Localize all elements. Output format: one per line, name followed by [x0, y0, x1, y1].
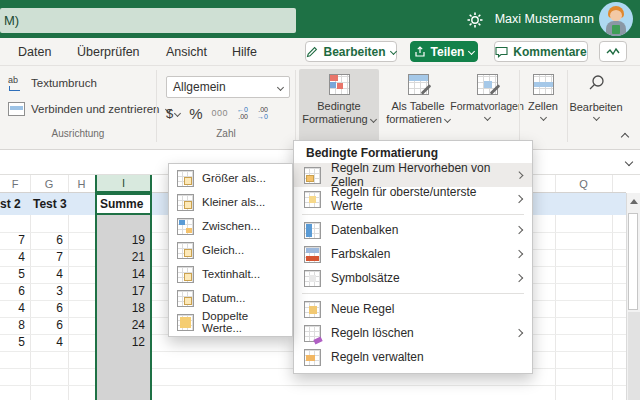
menu-item-label: Regeln verwalten: [331, 350, 424, 364]
group-label-zahl: Zahl: [157, 128, 295, 139]
menu-item-hervorheben[interactable]: Regeln zum Hervorheben von Zellen: [294, 163, 532, 187]
cell-styles-button[interactable]: Formatvorlagen: [457, 69, 517, 145]
submenu-item-label: Größer als...: [202, 172, 266, 184]
submenu-item-groesser-als[interactable]: Größer als...: [169, 166, 292, 190]
column-header-f[interactable]: F: [0, 175, 30, 193]
chevron-down-icon: [483, 113, 490, 120]
highlight-cells-submenu: Größer als... Kleiner als... Zwischen...…: [168, 163, 293, 337]
vertical-scrollbar[interactable]: [626, 193, 640, 400]
wrap-text-button[interactable]: Textumbruch: [8, 74, 97, 92]
cell-summe[interactable]: 21: [99, 249, 145, 266]
document-title-box[interactable]: M): [0, 8, 296, 33]
cell-f[interactable]: 6: [0, 283, 25, 300]
scroll-up-arrow[interactable]: [630, 199, 638, 204]
cell-summe[interactable]: 24: [99, 317, 145, 334]
increase-decimal-icon[interactable]: [237, 106, 248, 120]
cell-g[interactable]: 6: [34, 300, 63, 317]
cell-summe[interactable]: 17: [99, 283, 145, 300]
cell-f[interactable]: 7: [0, 232, 25, 249]
expand-formula-bar-icon[interactable]: [625, 158, 633, 166]
menu-item-regeln-verwalten[interactable]: Regeln verwalten: [294, 345, 532, 369]
number-format-select[interactable]: Allgemein: [166, 76, 290, 98]
number-icons-row: $ % 000: [166, 103, 268, 123]
brush-overlay: [489, 84, 500, 95]
submenu-item-label: Doppelte Werte...: [202, 310, 284, 334]
cell-g[interactable]: 3: [34, 283, 63, 300]
chevron-down-icon: [370, 116, 377, 123]
table-header-cell-test3[interactable]: Test 3: [33, 193, 67, 215]
editing-button[interactable]: Bearbeiten: [569, 69, 623, 145]
cell-f[interactable]: 5: [0, 334, 25, 351]
column-header-g[interactable]: G: [30, 175, 68, 193]
edit-mode-label: Bearbeiten: [323, 45, 385, 59]
active-cell-summe[interactable]: Summe: [95, 193, 152, 215]
cell-g[interactable]: 4: [34, 334, 63, 351]
chevron-down-icon: [174, 109, 181, 116]
comments-button[interactable]: Kommentare: [494, 41, 588, 62]
tab-ansicht[interactable]: Ansicht: [166, 38, 207, 66]
submenu-item-label: Datum...: [202, 292, 245, 304]
submenu-item-textinhalt[interactable]: Textinhalt...: [169, 262, 292, 286]
cell-g[interactable]: 4: [34, 266, 63, 283]
tab-hilfe[interactable]: Hilfe: [232, 38, 257, 66]
submenu-item-datum[interactable]: Datum...: [169, 286, 292, 310]
cell-summe[interactable]: 14: [99, 266, 145, 283]
cell-f[interactable]: 5: [0, 266, 25, 283]
edit-mode-button[interactable]: Bearbeiten: [305, 41, 397, 62]
submenu-item-doppelte-werte[interactable]: Doppelte Werte...: [169, 310, 292, 334]
column-header-i-selected[interactable]: I: [97, 175, 150, 192]
thousands-format-button[interactable]: 000: [212, 108, 229, 118]
user-avatar[interactable]: [599, 2, 633, 36]
merge-center-button[interactable]: Verbinden und zentrieren: [8, 100, 171, 118]
new-rule-icon: [304, 301, 321, 318]
manage-rules-icon: [304, 349, 321, 366]
duplicate-values-icon: [177, 314, 194, 331]
tab-ueberpruefen[interactable]: Überprüfen: [77, 38, 140, 66]
settings-gear-icon[interactable]: [466, 11, 484, 29]
menu-separator: [294, 211, 532, 218]
cell-g[interactable]: 6: [34, 317, 63, 334]
cells-button[interactable]: Zellen: [521, 69, 565, 145]
menu-item-regeln-loeschen[interactable]: Regeln löschen: [294, 321, 532, 345]
gridline: [612, 215, 613, 400]
scrollbar-thumb[interactable]: [628, 213, 638, 310]
menu-item-farbskalen[interactable]: Farbskalen: [294, 242, 532, 266]
menu-item-neue-regel[interactable]: Neue Regel: [294, 297, 532, 321]
decrease-decimal-icon[interactable]: [257, 106, 268, 120]
cell-g[interactable]: 7: [34, 249, 63, 266]
menu-item-label: Datenbalken: [331, 223, 398, 237]
comments-label: Kommentare: [513, 45, 586, 59]
scrollbar-track[interactable]: [628, 312, 640, 400]
submenu-item-gleich[interactable]: Gleich...: [169, 238, 292, 262]
column-header-q[interactable]: Q: [555, 175, 612, 193]
share-button[interactable]: Teilen: [410, 41, 478, 62]
submenu-item-zwischen[interactable]: Zwischen...: [169, 214, 292, 238]
conditional-formatting-button[interactable]: Bedingte Formatierung: [299, 69, 379, 145]
menu-item-oberste-unterste[interactable]: Regeln für oberste/unterste Werte: [294, 187, 532, 211]
percent-format-button[interactable]: %: [189, 105, 202, 122]
tab-daten[interactable]: Daten: [18, 38, 51, 66]
cell-g[interactable]: 6: [34, 232, 63, 249]
submenu-item-kleiner-als[interactable]: Kleiner als...: [169, 190, 292, 214]
currency-format-button[interactable]: $: [166, 106, 180, 121]
conditional-formatting-label1: Bedingte: [317, 100, 360, 113]
chevron-down-icon: [468, 48, 475, 55]
cell-f[interactable]: 4: [0, 300, 25, 317]
menu-item-symbolsaetze[interactable]: Symbolsätze: [294, 266, 532, 290]
app-title-bar: M) Maxi Mustermann: [0, 0, 640, 38]
gridline: [68, 175, 69, 192]
table-header-cell-test2[interactable]: st 2: [0, 193, 28, 215]
format-as-table-button[interactable]: Als Tabelle formatieren: [381, 69, 455, 145]
user-name[interactable]: Maxi Mustermann: [495, 0, 594, 38]
column-header-h[interactable]: H: [68, 175, 95, 193]
activity-button[interactable]: [599, 41, 627, 62]
greater-than-icon: [177, 170, 194, 187]
menu-item-datenbalken[interactable]: Datenbalken: [294, 218, 532, 242]
brush-overlay: [420, 84, 431, 95]
cell-summe[interactable]: 19: [99, 232, 145, 249]
gridline: [30, 175, 31, 192]
cell-f[interactable]: 4: [0, 249, 25, 266]
cell-summe[interactable]: 12: [99, 334, 145, 351]
cell-summe[interactable]: 18: [99, 300, 145, 317]
cell-f[interactable]: 8: [0, 317, 25, 334]
